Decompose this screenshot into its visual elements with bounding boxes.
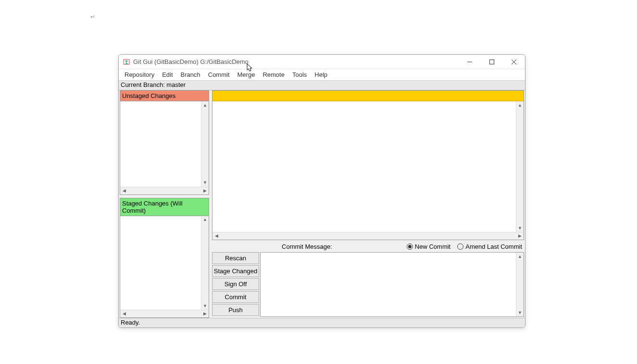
top-split: Unstaged Changes ▲ ▼ ◀ ▶ Staged Changes … [119, 90, 525, 318]
scroll-down-icon: ▼ [202, 180, 209, 186]
titlebar[interactable]: Git Gui (GitBasicDemo) G:/GitBasicDemo [119, 55, 525, 69]
unstaged-vscroll[interactable]: ▲ ▼ [201, 101, 209, 187]
scroll-down-icon: ▼ [202, 303, 209, 309]
scroll-right-icon: ▶ [201, 187, 208, 194]
staged-vscroll[interactable]: ▲ ▼ [201, 216, 209, 310]
commit-section: Commit Message: New Commit Amend Last Co… [212, 240, 524, 317]
commit-button-column: Rescan Stage Changed Sign Off Commit Pus… [212, 252, 259, 317]
main-area: Unstaged Changes ▲ ▼ ◀ ▶ Staged Changes … [119, 90, 525, 318]
right-column: ▲ ▼ ◀ ▶ Commit Message: New Comm [210, 90, 525, 318]
status-text: Ready. [121, 319, 140, 326]
scroll-left-icon: ◀ [121, 187, 127, 194]
radio-new-commit[interactable]: New Commit [407, 243, 450, 250]
current-branch-bar: Current Branch: master [119, 81, 525, 90]
minimize-icon [467, 60, 472, 64]
radio-amend-commit[interactable]: Amend Last Commit [457, 243, 522, 250]
window-title: Git Gui (GitBasicDemo) G:/GitBasicDemo [133, 58, 249, 65]
rescan-button[interactable]: Rescan [212, 252, 259, 264]
scroll-left-icon: ◀ [121, 311, 127, 317]
git-gui-window: Git Gui (GitBasicDemo) G:/GitBasicDemo R… [118, 54, 525, 328]
staged-hscroll[interactable]: ◀ ▶ [120, 310, 209, 317]
scroll-down-icon: ▼ [517, 225, 524, 231]
scroll-down-icon: ▼ [517, 309, 524, 316]
unstaged-pane: Unstaged Changes ▲ ▼ ◀ ▶ [120, 90, 209, 195]
staged-pane: Staged Changes (Will Commit) ▲ ▼ ◀ ▶ [120, 198, 209, 318]
diff-body[interactable]: ▲ ▼ [212, 101, 524, 232]
svg-rect-1 [490, 60, 494, 64]
commit-message-label: Commit Message: [214, 243, 400, 250]
diff-pane: ▲ ▼ ◀ ▶ [212, 90, 524, 240]
menu-edit[interactable]: Edit [158, 70, 176, 79]
radio-checked-icon [407, 243, 413, 250]
unstaged-list[interactable]: ▲ ▼ [120, 101, 209, 187]
unstaged-header: Unstaged Changes [120, 91, 209, 101]
maximize-button[interactable] [481, 55, 503, 69]
scroll-up-icon: ▲ [517, 253, 524, 260]
menu-merge[interactable]: Merge [234, 70, 259, 79]
menu-tools[interactable]: Tools [288, 70, 311, 79]
maximize-icon [489, 60, 494, 64]
scroll-up-icon: ▲ [517, 102, 524, 109]
menu-repository[interactable]: Repository [121, 70, 158, 79]
left-column: Unstaged Changes ▲ ▼ ◀ ▶ Staged Changes … [119, 90, 210, 318]
scroll-right-icon: ▶ [516, 233, 523, 240]
menubar: Repository Edit Branch Commit Merge Remo… [119, 69, 525, 81]
commit-body-row: Rescan Stage Changed Sign Off Commit Pus… [212, 252, 524, 317]
diff-hscroll[interactable]: ◀ ▶ [212, 232, 524, 240]
staged-header: Staged Changes (Will Commit) [120, 198, 209, 216]
unstaged-hscroll[interactable]: ◀ ▶ [120, 187, 209, 194]
scroll-up-icon: ▲ [202, 217, 209, 223]
diff-vscroll[interactable]: ▲ ▼ [516, 101, 524, 232]
close-icon [512, 60, 516, 64]
commit-button[interactable]: Commit [212, 291, 259, 303]
radio-new-commit-label: New Commit [415, 243, 450, 250]
scroll-left-icon: ◀ [213, 233, 220, 240]
radio-unchecked-icon [457, 243, 463, 250]
menu-branch[interactable]: Branch [177, 70, 204, 79]
stage-changed-button[interactable]: Stage Changed [212, 265, 259, 277]
sign-off-button[interactable]: Sign Off [212, 278, 259, 290]
push-button[interactable]: Push [212, 304, 259, 316]
staged-list[interactable]: ▲ ▼ [120, 216, 209, 310]
menu-remote[interactable]: Remote [259, 70, 288, 79]
current-branch-label: Current Branch: master [121, 81, 186, 88]
git-gui-icon [123, 58, 130, 66]
commit-msg-vscroll[interactable]: ▲ ▼ [516, 253, 524, 316]
paragraph-mark: ↵ [90, 13, 95, 20]
scroll-up-icon: ▲ [202, 102, 209, 109]
commit-title-row: Commit Message: New Commit Amend Last Co… [212, 243, 524, 252]
diff-header [212, 91, 524, 101]
commit-message-input[interactable]: ▲ ▼ [260, 252, 524, 317]
menu-commit[interactable]: Commit [204, 70, 234, 79]
minimize-button[interactable] [459, 55, 481, 69]
close-button[interactable] [503, 55, 525, 69]
scroll-right-icon: ▶ [201, 311, 208, 317]
menu-help[interactable]: Help [311, 70, 331, 79]
radio-amend-commit-label: Amend Last Commit [465, 243, 522, 250]
status-bar: Ready. [119, 318, 525, 328]
